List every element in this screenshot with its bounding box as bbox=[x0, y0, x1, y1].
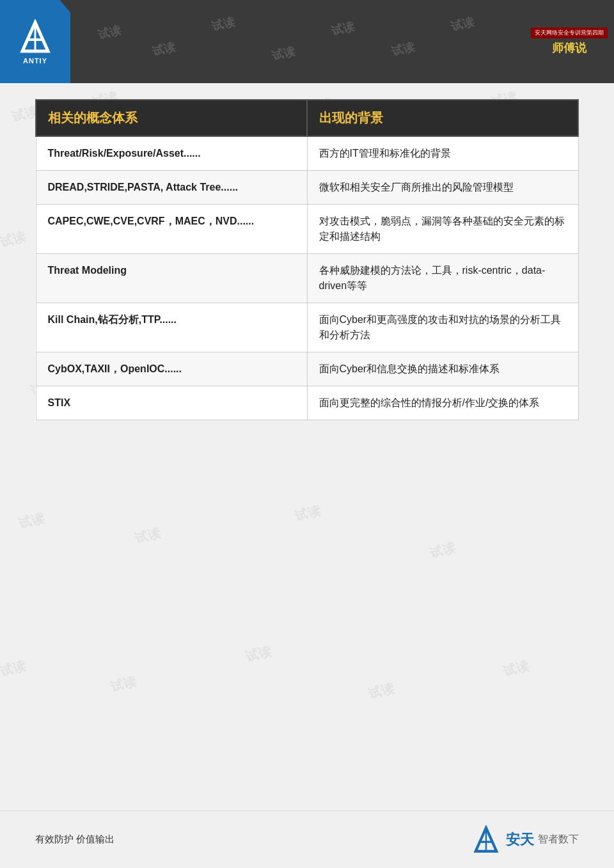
header-watermark-5: 试读 bbox=[330, 18, 356, 38]
table-cell-right: 面向Cyber和更高强度的攻击和对抗的场景的分析工具和分析方法 bbox=[307, 303, 578, 352]
footer-brand-name: 安天 bbox=[506, 830, 534, 849]
footer-tagline: 有效防护 价值输出 bbox=[35, 833, 114, 846]
logo-text: ANTIY bbox=[23, 57, 47, 65]
table-row: Kill Chain,钻石分析,TTP......面向Cyber和更高强度的攻击… bbox=[36, 303, 578, 352]
footer-logo-icon bbox=[470, 825, 502, 854]
footer-brand: 安天 智者数下 bbox=[470, 825, 579, 854]
table-cell-right: 对攻击模式，脆弱点，漏洞等各种基础的安全元素的标定和描述结构 bbox=[307, 205, 578, 254]
table-cell-left: Threat Modeling bbox=[36, 254, 307, 303]
table-header-row: 相关的概念体系 出现的背景 bbox=[36, 100, 578, 136]
table-cell-right: 面向更完整的综合性的情报分析/作业/交换的体系 bbox=[307, 386, 578, 420]
header-watermark-1: 试读 bbox=[96, 22, 122, 43]
table-cell-right: 西方的IT管理和标准化的背景 bbox=[307, 136, 578, 171]
table-cell-left: CAPEC,CWE,CVE,CVRF，MAEC，NVD...... bbox=[36, 205, 307, 254]
main-content: 相关的概念体系 出现的背景 Threat/Risk/Exposure/Asset… bbox=[35, 99, 579, 804]
table-cell-left: STIX bbox=[36, 386, 307, 420]
table-row: Threat Modeling各种威胁建模的方法论，工具，risk-centri… bbox=[36, 254, 578, 303]
logo-block: ANTIY bbox=[0, 0, 70, 83]
footer: 有效防护 价值输出 安天 智者数下 bbox=[0, 810, 614, 868]
table-row: STIX面向更完整的综合性的情报分析/作业/交换的体系 bbox=[36, 386, 578, 420]
table-cell-left: CybOX,TAXII，OpenIOC...... bbox=[36, 352, 307, 386]
table-cell-right: 各种威胁建模的方法论，工具，risk-centric，data-driven等等 bbox=[307, 254, 578, 303]
table-row: DREAD,STRIDE,PASTA, Attack Tree......微软和… bbox=[36, 171, 578, 205]
col2-header: 出现的背景 bbox=[307, 100, 578, 136]
header-watermark-3: 试读 bbox=[210, 14, 237, 35]
col1-header: 相关的概念体系 bbox=[36, 100, 307, 136]
header-watermark-2: 试读 bbox=[150, 39, 177, 59]
footer-brand-sub: 智者数下 bbox=[538, 833, 579, 846]
header-watermark-area: 试读 试读 试读 试读 试读 试读 试读 安天网络安全专训营第四期 师傅说 bbox=[70, 0, 614, 83]
header: ANTIY 试读 试读 试读 试读 试读 试读 试读 安天网络安全专训营第四期 … bbox=[0, 0, 614, 83]
table-cell-right: 微软和相关安全厂商所推出的风险管理模型 bbox=[307, 171, 578, 205]
table-row: CAPEC,CWE,CVE,CVRF，MAEC，NVD......对攻击模式，脆… bbox=[36, 205, 578, 254]
header-watermark-6: 试读 bbox=[390, 39, 416, 59]
header-watermark-7: 试读 bbox=[450, 14, 476, 35]
top-right-brand: 师傅说 bbox=[552, 40, 586, 56]
table-cell-right: 面向Cyber和信息交换的描述和标准体系 bbox=[307, 352, 578, 386]
header-watermark-4: 试读 bbox=[270, 43, 296, 63]
antiy-logo-icon bbox=[16, 19, 54, 54]
top-right-logo: 安天网络安全专训营第四期 师傅说 bbox=[531, 16, 608, 67]
table-cell-left: Threat/Risk/Exposure/Asset...... bbox=[36, 136, 307, 171]
concepts-table: 相关的概念体系 出现的背景 Threat/Risk/Exposure/Asset… bbox=[35, 99, 579, 420]
table-cell-left: Kill Chain,钻石分析,TTP...... bbox=[36, 303, 307, 352]
table-cell-left: DREAD,STRIDE,PASTA, Attack Tree...... bbox=[36, 171, 307, 205]
table-row: CybOX,TAXII，OpenIOC......面向Cyber和信息交换的描述… bbox=[36, 352, 578, 386]
top-right-badge: 安天网络安全专训营第四期 bbox=[531, 28, 608, 38]
table-row: Threat/Risk/Exposure/Asset......西方的IT管理和… bbox=[36, 136, 578, 171]
